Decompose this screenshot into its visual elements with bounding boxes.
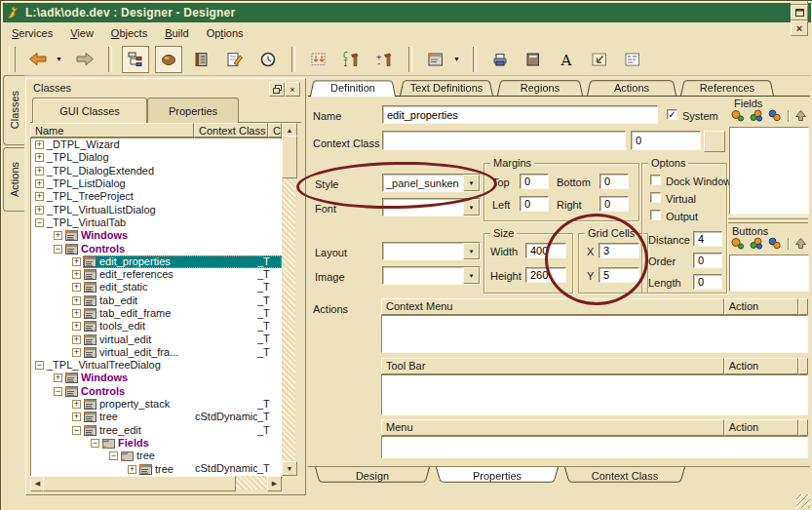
column-header-context-class[interactable]: Context Class: [194, 123, 268, 137]
toolbar-button-printer[interactable]: [486, 46, 514, 73]
toolbar-button-script[interactable]: [619, 46, 646, 73]
expand-icon[interactable]: +: [72, 335, 81, 344]
grid-x-input[interactable]: [599, 243, 639, 258]
list-column-action[interactable]: Action: [724, 358, 798, 374]
ball-green-icon[interactable]: [749, 109, 763, 122]
ball-blue-icon[interactable]: [767, 237, 782, 250]
tab-gui-classes[interactable]: GUI Classes: [32, 98, 147, 123]
width-input[interactable]: [525, 243, 566, 258]
tree-row[interactable]: −_TPL_VirtualTab: [31, 216, 283, 229]
toolbar-button-forward-arrow[interactable]: [71, 46, 98, 73]
chevron-down-icon[interactable]: ▼: [463, 243, 480, 259]
tree-row[interactable]: +tab_edit_frame_T: [31, 307, 283, 320]
toolbar-grip[interactable]: [9, 47, 16, 72]
expand-icon[interactable]: +: [54, 231, 62, 240]
tree-vscrollbar[interactable]: ▲ ▼: [282, 123, 295, 476]
tree-row[interactable]: +tab_edit_T: [31, 294, 283, 307]
tree-row[interactable]: +_TPL_DialogExtended: [31, 165, 283, 177]
tab-actions[interactable]: Actions: [587, 79, 677, 96]
tree-row[interactable]: +Windows: [31, 372, 283, 384]
ball-green-icon[interactable]: [749, 237, 763, 250]
tree-row[interactable]: −Fields: [31, 437, 283, 450]
system-checkbox[interactable]: ✓: [667, 109, 677, 120]
resize-grip[interactable]: [796, 494, 810, 508]
toolbar-button-font-a[interactable]: A: [553, 46, 580, 73]
toolbar-button-edit-note[interactable]: [221, 46, 249, 73]
tab-references[interactable]: References: [680, 79, 774, 96]
collapse-icon[interactable]: −: [35, 218, 44, 227]
menu-item-options[interactable]: Options: [198, 25, 252, 41]
checkbox-dock-window[interactable]: [650, 175, 661, 185]
tree-row[interactable]: +property_stack_T: [31, 398, 283, 411]
font-combo[interactable]: ▼: [382, 198, 481, 216]
expand-icon[interactable]: +: [35, 206, 44, 215]
tree-row[interactable]: +_DTPL_Wizard: [31, 138, 283, 151]
toolbar-button-import-grid[interactable]: [305, 46, 332, 73]
tree-row[interactable]: +virtual_edit_T: [31, 333, 283, 345]
buttons-list[interactable]: [729, 255, 809, 292]
bottom-tab-properties[interactable]: Properties: [436, 467, 559, 484]
collapse-icon[interactable]: −: [109, 451, 118, 460]
list-column-action[interactable]: Action: [724, 298, 798, 315]
toolbar-button-build-add[interactable]: +-: [371, 46, 399, 73]
tree-hscrollbar[interactable]: ◀ ▶: [30, 476, 282, 490]
menu-item-services[interactable]: Services: [3, 25, 61, 41]
toolbar-button-machine[interactable]: [520, 46, 547, 73]
context-class-input[interactable]: [382, 131, 626, 150]
title-bar[interactable]: L:\adk\ode.dev : Designer - Designer ×: [3, 3, 811, 22]
order-input[interactable]: [693, 253, 722, 268]
toolbar-button-tree-view[interactable]: [122, 46, 149, 73]
toolbar-button-image[interactable]: [586, 46, 613, 73]
side-tab-classes[interactable]: Classes: [3, 75, 24, 145]
expand-icon[interactable]: +: [72, 322, 81, 331]
tree-row[interactable]: −Controls: [31, 242, 283, 255]
toolbar-button-object-ball[interactable]: [155, 46, 182, 73]
list-column-action[interactable]: Action: [724, 419, 798, 436]
toolbar-button-build-class[interactable]: CI: [338, 46, 366, 73]
scroll-down-icon[interactable]: ▼: [282, 461, 297, 476]
scroll-right-icon[interactable]: ▶: [267, 476, 282, 491]
expand-icon[interactable]: +: [72, 283, 81, 292]
toolbar-button-back-arrow[interactable]: [24, 46, 52, 73]
margin-bottom-input[interactable]: [599, 174, 629, 189]
tree-row[interactable]: +treecStdDynamic..._T: [31, 411, 283, 423]
expand-icon[interactable]: +: [35, 192, 44, 201]
ball-orange-icon[interactable]: [730, 109, 745, 122]
tree-row[interactable]: +virtual_edit_fra..._T: [31, 346, 283, 359]
menu-item-view[interactable]: View: [61, 25, 102, 41]
ball-orange-icon[interactable]: [730, 237, 745, 250]
expand-icon[interactable]: +: [72, 270, 81, 279]
context-class-num-input[interactable]: [631, 131, 701, 150]
tree-row[interactable]: +_TPL_TreeProject: [31, 190, 283, 203]
tree-row[interactable]: +Windows: [31, 229, 283, 242]
menu-item-objects[interactable]: Objects: [102, 25, 156, 41]
collapse-icon[interactable]: −: [72, 426, 81, 435]
expand-icon[interactable]: +: [72, 412, 81, 421]
panel-close-button[interactable]: ×: [285, 82, 300, 97]
margin-top-input[interactable]: [520, 174, 549, 189]
expand-icon[interactable]: +: [35, 140, 44, 149]
tree-row[interactable]: −tree_edit_T: [31, 424, 283, 437]
expand-icon[interactable]: +: [72, 296, 81, 305]
list-column-title[interactable]: Menu: [381, 419, 724, 436]
tree-hscroll-thumb[interactable]: [43, 476, 236, 491]
list-column-title[interactable]: Tool Bar: [381, 358, 724, 374]
collapse-icon[interactable]: −: [91, 439, 99, 448]
tab-properties[interactable]: Properties: [147, 98, 239, 123]
panel-float-button[interactable]: [269, 82, 285, 97]
side-tab-actions[interactable]: Actions: [3, 147, 24, 212]
toolbar-button-form-window[interactable]: [422, 46, 449, 73]
tree-row[interactable]: −_TPL_VirtualTreeDialog: [31, 359, 283, 372]
style-combo[interactable]: _panel_sunken ▼: [382, 174, 481, 192]
checkbox-virtual[interactable]: [650, 192, 661, 203]
checkbox-output[interactable]: [650, 210, 661, 220]
chevron-down-icon[interactable]: ▼: [463, 199, 480, 216]
tab-regions[interactable]: Regions: [497, 79, 583, 96]
bottom-tab-design[interactable]: Design: [315, 467, 430, 484]
layout-combo[interactable]: ▼: [382, 242, 481, 260]
expand-icon[interactable]: +: [72, 400, 81, 409]
margin-right-input[interactable]: [599, 196, 629, 212]
tab-definition[interactable]: Definition: [310, 79, 396, 97]
collapse-icon[interactable]: −: [35, 361, 44, 370]
maximize-button[interactable]: [791, 5, 808, 20]
